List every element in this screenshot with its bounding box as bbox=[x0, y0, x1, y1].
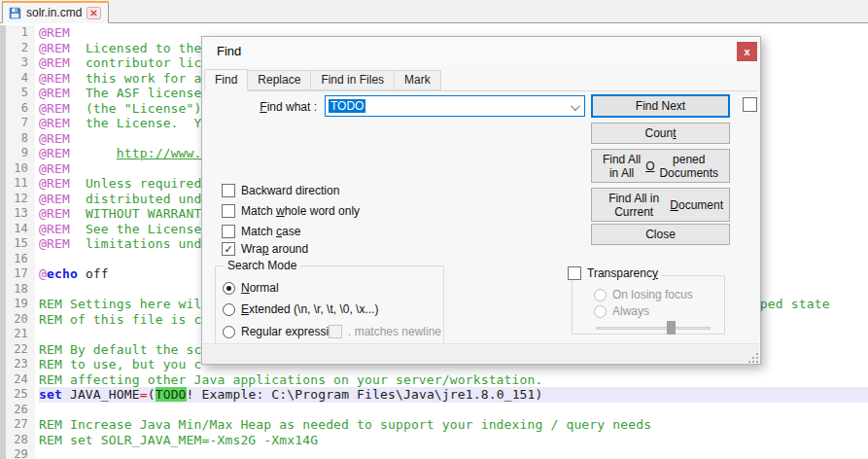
line-number: 28 bbox=[6, 433, 35, 448]
code-line-27: 27REM Increase Java Min/Max Heap as need… bbox=[0, 417, 868, 433]
dialog-tab-replace[interactable]: Replace bbox=[247, 70, 311, 90]
line-number: 8 bbox=[6, 131, 35, 147]
line-number: 16 bbox=[6, 252, 35, 267]
tab-close-icon[interactable]: ✕ bbox=[87, 7, 100, 19]
radio-circle bbox=[594, 305, 607, 318]
slider-thumb bbox=[667, 321, 676, 335]
dialog-title: Find bbox=[217, 44, 241, 58]
radio-circle bbox=[223, 326, 235, 338]
checkbox-label: Backward direction bbox=[241, 184, 339, 197]
checkbox-box bbox=[222, 184, 235, 197]
radio-normal[interactable]: Normal bbox=[223, 281, 279, 295]
chevron-down-icon[interactable] bbox=[571, 101, 580, 111]
checkbox-box: ✓ bbox=[222, 242, 235, 256]
radio-on-losing-focus: On losing focus bbox=[594, 288, 693, 301]
radio-regular-expression[interactable]: Regular expression bbox=[223, 325, 341, 338]
radio-label: On losing focus bbox=[612, 288, 693, 301]
line-number: 17 bbox=[6, 266, 35, 282]
radio-circle bbox=[594, 289, 607, 301]
find-dialog: Find x FindReplaceFind in FilesMark Find… bbox=[201, 36, 761, 365]
line-number: 11 bbox=[6, 176, 35, 192]
line-number: 4 bbox=[6, 71, 35, 87]
radio-circle bbox=[223, 282, 235, 295]
find-next-button[interactable]: Find Next bbox=[591, 94, 730, 118]
transparency-checkbox[interactable]: Transparency bbox=[568, 266, 661, 280]
transparency-label: Transparency bbox=[587, 266, 658, 280]
line-number: 14 bbox=[6, 222, 35, 237]
code-text[interactable]: REM Increase Java Min/Max Heap as needed… bbox=[39, 417, 868, 433]
line-number: 27 bbox=[6, 417, 35, 433]
in-selection-checkbox[interactable] bbox=[743, 97, 757, 112]
radio-label: Always bbox=[612, 304, 649, 318]
radio-circle bbox=[223, 303, 235, 316]
editor-tab-solr-in-cmd[interactable]: solr.in.cmd ✕ bbox=[2, 1, 109, 23]
line-number: 24 bbox=[6, 372, 35, 388]
search-mode-legend: Search Mode bbox=[224, 259, 300, 272]
wrap-around-checkbox[interactable]: ✓Wrap around bbox=[222, 242, 308, 256]
line-number: 21 bbox=[6, 327, 35, 342]
transparency-slider bbox=[596, 321, 711, 335]
slider-track bbox=[596, 327, 711, 330]
notepad-plus-plus-window: solr.in.cmd ✕ 1@REM2@REM Licensed to the… bbox=[0, 0, 868, 459]
dot-matches-newline-checkbox: . matches newline bbox=[329, 325, 441, 338]
resize-grip[interactable] bbox=[748, 352, 759, 363]
code-text[interactable] bbox=[39, 403, 868, 418]
line-number: 22 bbox=[6, 342, 35, 358]
code-line-25: 25set JAVA_HOME=(TODO! Example: C:\Progr… bbox=[0, 387, 868, 403]
close-button[interactable]: Close bbox=[591, 224, 730, 245]
line-number: 7 bbox=[6, 116, 35, 131]
dialog-close-button[interactable]: x bbox=[737, 42, 757, 61]
backward-direction-checkbox[interactable]: Backward direction bbox=[222, 184, 339, 197]
radio-extended-n-r-t-0-x[interactable]: Extended (\n, \r, \t, \0, \x...) bbox=[223, 302, 378, 316]
line-number: 2 bbox=[6, 41, 35, 56]
match-whole-word-only-checkbox[interactable]: Match whole word only bbox=[222, 204, 360, 218]
tab-title: solr.in.cmd bbox=[26, 6, 82, 19]
radio-always: Always bbox=[594, 304, 649, 318]
line-number: 23 bbox=[6, 357, 35, 372]
line-number: 6 bbox=[6, 101, 35, 117]
line-number: 5 bbox=[6, 86, 35, 101]
line-number: 12 bbox=[6, 192, 35, 207]
line-number: 3 bbox=[6, 55, 35, 71]
line-number: 10 bbox=[6, 161, 35, 177]
save-icon bbox=[9, 7, 21, 19]
line-number: 25 bbox=[6, 387, 35, 403]
line-number: 19 bbox=[6, 297, 35, 312]
dialog-tab-mark[interactable]: Mark bbox=[394, 70, 441, 90]
find-what-value: TODO bbox=[329, 99, 365, 113]
line-number: 9 bbox=[6, 146, 35, 161]
checkbox-box bbox=[222, 204, 235, 218]
dot-matches-label: . matches newline bbox=[348, 325, 441, 338]
find-all-in-current-document-button[interactable]: Find All in Current Document bbox=[591, 188, 730, 222]
find-what-combobox[interactable]: TODO bbox=[325, 95, 585, 117]
find-all-in-all-opened-documents-button[interactable]: Find All in All Opened Documents bbox=[591, 149, 730, 183]
count-button[interactable]: Count bbox=[591, 123, 730, 144]
dialog-tab-find-in-files[interactable]: Find in Files bbox=[310, 70, 395, 90]
dialog-tab-find[interactable]: Find bbox=[204, 69, 248, 91]
code-text[interactable]: REM affecting other Java applications on… bbox=[39, 372, 868, 388]
dialog-status-bar bbox=[203, 343, 759, 363]
radio-label: Extended (\n, \r, \t, \0, \x...) bbox=[241, 302, 378, 316]
line-number: 18 bbox=[6, 282, 35, 298]
checkbox-label: Match case bbox=[241, 225, 300, 238]
code-line-28: 28REM set SOLR_JAVA_MEM=-Xms2G -Xmx14G bbox=[0, 433, 868, 448]
line-number: 20 bbox=[6, 312, 35, 328]
line-number: 13 bbox=[6, 206, 35, 222]
checkbox-box bbox=[568, 266, 581, 280]
checkbox-box bbox=[222, 225, 235, 238]
code-text[interactable] bbox=[39, 447, 868, 459]
radio-label: Normal bbox=[241, 281, 279, 295]
code-line-24: 24REM affecting other Java applications … bbox=[0, 372, 868, 388]
line-number: 1 bbox=[6, 25, 35, 41]
dialog-tab-strip: FindReplaceFind in FilesMark bbox=[204, 69, 758, 91]
radio-label: Regular expression bbox=[241, 325, 341, 338]
line-number: 26 bbox=[6, 403, 35, 418]
code-text[interactable]: set JAVA_HOME=(TODO! Example: C:\Program… bbox=[39, 387, 868, 403]
checkbox-label: Match whole word only bbox=[241, 204, 360, 218]
code-line-26: 26 bbox=[0, 403, 868, 418]
dialog-title-bar[interactable]: Find bbox=[202, 37, 760, 66]
find-what-label: Find what : bbox=[202, 100, 317, 114]
match-case-checkbox[interactable]: Match case bbox=[222, 225, 300, 238]
code-text[interactable]: REM set SOLR_JAVA_MEM=-Xms2G -Xmx14G bbox=[39, 433, 868, 448]
code-line-29: 29 bbox=[0, 447, 868, 459]
